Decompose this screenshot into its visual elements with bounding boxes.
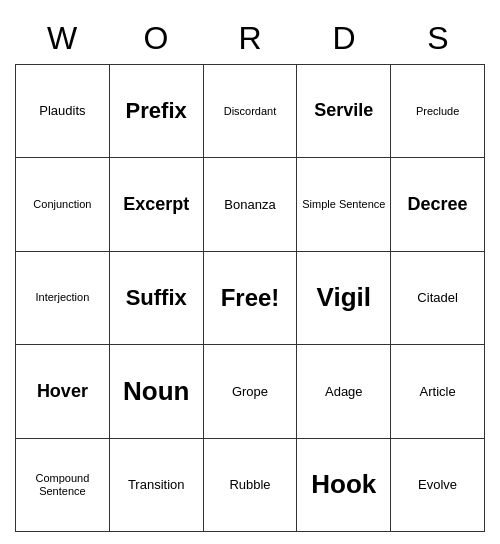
grid-cell: Suffix [110,252,204,345]
grid-cell: Citadel [391,252,485,345]
header-letter: O [109,12,203,64]
cell-label: Plaudits [39,103,85,119]
grid-cell: Rubble [204,439,298,532]
grid-cell: Prefix [110,65,204,158]
grid-cell: Decree [391,158,485,251]
cell-label: Conjunction [33,198,91,211]
cell-label: Article [420,384,456,400]
grid-cell: Hook [297,439,391,532]
grid-cell: Preclude [391,65,485,158]
cell-label: Prefix [126,98,187,124]
cell-label: Free! [221,284,280,313]
header-letter: R [203,12,297,64]
header-letter: S [391,12,485,64]
header-letter: W [15,12,109,64]
cell-label: Compound Sentence [20,472,105,498]
grid-cell: Excerpt [110,158,204,251]
grid-cell: Adage [297,345,391,438]
header-letter: D [297,12,391,64]
cell-label: Excerpt [123,194,189,216]
cell-label: Grope [232,384,268,400]
grid-cell: Noun [110,345,204,438]
cell-label: Decree [408,194,468,216]
grid-cell: Transition [110,439,204,532]
cell-label: Suffix [126,285,187,311]
bingo-card: WORDS PlauditsPrefixDiscordantServilePre… [15,12,485,532]
cell-label: Citadel [417,290,457,306]
bingo-header: WORDS [15,12,485,64]
cell-label: Hook [311,469,376,500]
cell-label: Rubble [229,477,270,493]
grid-cell: Compound Sentence [16,439,110,532]
grid-cell: Discordant [204,65,298,158]
cell-label: Interjection [35,291,89,304]
cell-label: Hover [37,381,88,403]
cell-label: Transition [128,477,185,493]
cell-label: Adage [325,384,363,400]
bingo-grid: PlauditsPrefixDiscordantServilePrecludeC… [15,64,485,532]
grid-cell: Evolve [391,439,485,532]
grid-cell: Article [391,345,485,438]
grid-cell: Conjunction [16,158,110,251]
cell-label: Noun [123,376,189,407]
grid-cell: Vigil [297,252,391,345]
grid-cell: Interjection [16,252,110,345]
grid-cell: Plaudits [16,65,110,158]
cell-label: Servile [314,100,373,122]
cell-label: Evolve [418,477,457,493]
cell-label: Discordant [224,105,277,118]
grid-cell: Grope [204,345,298,438]
grid-cell: Servile [297,65,391,158]
grid-cell: Hover [16,345,110,438]
grid-cell: Simple Sentence [297,158,391,251]
cell-label: Bonanza [224,197,275,213]
cell-label: Preclude [416,105,459,118]
grid-cell: Bonanza [204,158,298,251]
grid-cell: Free! [204,252,298,345]
cell-label: Simple Sentence [302,198,385,211]
cell-label: Vigil [317,282,371,313]
